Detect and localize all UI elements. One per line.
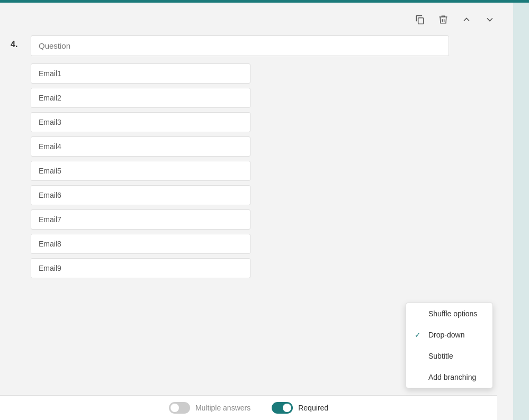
context-menu-label-dropdown: Drop-down	[428, 331, 464, 339]
question-input[interactable]	[31, 35, 449, 56]
option-item[interactable]: Email2	[31, 88, 250, 108]
bottom-toolbar: Multiple answers Required	[0, 395, 497, 420]
question-row: 4.	[11, 35, 503, 56]
option-item[interactable]: Email8	[31, 234, 250, 254]
check-icon-dropdown: ✓	[415, 331, 423, 339]
option-item[interactable]: Email7	[31, 209, 250, 230]
context-menu-item-subtitle[interactable]: Subtitle	[406, 345, 492, 367]
option-item[interactable]: Email5	[31, 161, 250, 181]
question-number: 4.	[11, 35, 23, 49]
toolbar	[11, 8, 503, 31]
context-menu-item-branching[interactable]: Add branching	[406, 367, 492, 388]
context-menu-label-branching: Add branching	[428, 373, 476, 381]
required-label: Required	[298, 404, 328, 412]
main-container: 4. Email1Email2Email3Email4Email5Email6E…	[0, 3, 529, 420]
move-down-button[interactable]	[482, 12, 497, 27]
move-up-button[interactable]	[459, 12, 474, 27]
context-menu: Shuffle options✓Drop-downSubtitleAdd bra…	[406, 303, 493, 388]
multiple-answers-label: Multiple answers	[195, 404, 250, 412]
multiple-answers-group: Multiple answers	[169, 402, 250, 414]
required-group: Required	[272, 402, 328, 414]
copy-button[interactable]	[413, 12, 427, 27]
option-item[interactable]: Email3	[31, 112, 250, 132]
right-sidebar	[513, 3, 529, 420]
content-area: 4. Email1Email2Email3Email4Email5Email6E…	[0, 3, 513, 420]
required-toggle[interactable]	[272, 402, 293, 414]
delete-button[interactable]	[436, 12, 451, 27]
option-item[interactable]: Email6	[31, 185, 250, 205]
context-menu-item-dropdown[interactable]: ✓Drop-down	[406, 324, 492, 345]
svg-rect-0	[418, 18, 424, 24]
option-item[interactable]: Email4	[31, 136, 250, 157]
context-menu-label-subtitle: Subtitle	[428, 352, 453, 360]
toggle-thumb-multiple	[171, 404, 179, 412]
option-item[interactable]: Email1	[31, 63, 250, 84]
multiple-answers-toggle[interactable]	[169, 402, 190, 414]
toggle-thumb-required	[283, 404, 291, 412]
option-item[interactable]: Email9	[31, 258, 250, 278]
context-menu-label-shuffle: Shuffle options	[428, 309, 477, 318]
context-menu-item-shuffle[interactable]: Shuffle options	[406, 303, 492, 324]
